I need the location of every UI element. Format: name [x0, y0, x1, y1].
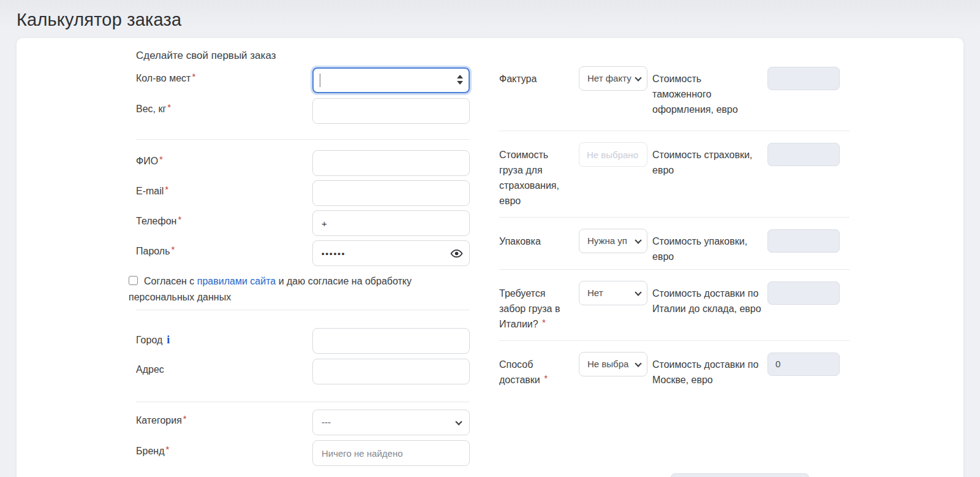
- required-mark: *: [192, 71, 195, 82]
- right-column: Фактура Нет факту Стоимость таможенного …: [499, 66, 850, 387]
- info-icon[interactable]: i: [167, 334, 170, 346]
- chevron-down-icon: [455, 418, 462, 425]
- required-mark: *: [183, 413, 187, 424]
- invoice-label: Фактура: [499, 66, 579, 117]
- quantity-label: Кол-во мест*: [136, 67, 312, 93]
- packaging-row: Упаковка Нужна уп Стоимость упаковки, ев…: [499, 229, 850, 270]
- fio-label: ФИО*: [136, 150, 312, 176]
- delivery-method-label: Способ доставки *: [499, 352, 579, 387]
- quantity-input[interactable]: [312, 67, 470, 93]
- packaging-cost-value: [767, 229, 840, 253]
- delivery-method-select-value: Не выбра: [587, 359, 628, 369]
- pickup-italy-label: Требуется забор груза в Италии? *: [499, 281, 579, 332]
- customs-cost-value: [767, 67, 840, 90]
- section-divider: [136, 139, 470, 140]
- brand-label: Бренд*: [136, 440, 312, 466]
- chevron-down-icon: [635, 289, 641, 296]
- invoice-select-value: Нет факту: [587, 73, 631, 83]
- order-form-card: Сделайте свой первый заказ Кол-во мест* …: [17, 38, 963, 477]
- password-row: Пароль*: [136, 240, 470, 266]
- insurance-row: Стоимость груза для страхования, евро Ст…: [499, 142, 850, 218]
- required-mark: *: [167, 102, 171, 112]
- section-divider: [136, 310, 470, 310]
- pickup-italy-select-value: Нет: [587, 288, 603, 298]
- password-label: Пароль*: [136, 240, 312, 266]
- pickup-italy-row: Требуется забор груза в Италии? * Нет Ст…: [499, 281, 850, 341]
- required-mark: *: [165, 444, 169, 454]
- invoice-row: Фактура Нет факту Стоимость таможенного …: [499, 66, 850, 131]
- city-row: Городi: [136, 328, 470, 354]
- chevron-down-icon: [635, 74, 641, 81]
- required-mark: *: [544, 373, 548, 383]
- spinner-down-icon[interactable]: [457, 81, 463, 85]
- fio-input[interactable]: [312, 150, 470, 176]
- address-row: Адрес: [136, 359, 470, 384]
- phone-row: Телефон*: [136, 210, 470, 236]
- weight-row: Вес, кг*: [136, 98, 470, 124]
- next-field-partial: [671, 473, 809, 477]
- category-select-value: ---: [322, 417, 331, 427]
- email-row: E-mail*: [136, 180, 470, 206]
- moscow-delivery-cost-label: Стоимость доставки по Москве, евро: [647, 352, 767, 387]
- form-heading: Сделайте свой первый заказ: [136, 49, 470, 63]
- packaging-select-value: Нужна уп: [587, 235, 627, 246]
- cargo-value-input[interactable]: [579, 142, 647, 167]
- category-select[interactable]: ---: [312, 410, 470, 435]
- email-input[interactable]: [312, 180, 470, 206]
- pickup-italy-select[interactable]: Нет: [579, 281, 647, 305]
- moscow-delivery-cost-value: 0: [767, 353, 840, 376]
- city-label: Городi: [136, 328, 312, 354]
- left-column: Сделайте свой первый заказ Кол-во мест* …: [136, 49, 470, 471]
- text-caret: [320, 74, 320, 87]
- consent-block: Согласен с правилами сайта и даю согласи…: [129, 273, 435, 305]
- fio-row: ФИО*: [136, 150, 470, 176]
- packaging-select[interactable]: Нужна уп: [579, 229, 647, 253]
- address-label: Адрес: [136, 359, 312, 384]
- quantity-row: Кол-во мест*: [136, 67, 470, 93]
- category-row: Категория* ---: [136, 410, 470, 435]
- page-title: Калькулятор заказа: [17, 10, 181, 30]
- packaging-cost-label: Стоимость упаковки, евро: [647, 229, 767, 264]
- brand-input[interactable]: [312, 440, 470, 466]
- city-input[interactable]: [312, 328, 470, 354]
- address-input[interactable]: [312, 359, 470, 384]
- email-label: E-mail*: [136, 180, 312, 206]
- cargo-value-label: Стоимость груза для страхования, евро: [499, 142, 579, 208]
- required-mark: *: [165, 184, 168, 194]
- password-input[interactable]: [312, 240, 470, 266]
- consent-checkbox[interactable]: [129, 276, 138, 285]
- required-mark: *: [159, 154, 163, 164]
- delivery-method-row: Способ доставки * Не выбра Стоимость дос…: [499, 352, 850, 387]
- packaging-label: Упаковка: [499, 229, 579, 264]
- number-spinner-icon[interactable]: [457, 75, 463, 85]
- invoice-select[interactable]: Нет факту: [579, 66, 647, 91]
- italy-delivery-cost-value: [767, 281, 840, 305]
- required-mark: *: [542, 317, 546, 327]
- chevron-down-icon: [635, 360, 641, 367]
- required-mark: *: [172, 244, 175, 254]
- insurance-cost-value: [767, 143, 840, 166]
- italy-delivery-cost-label: Стоимость доставки по Италии до склада, …: [647, 281, 767, 332]
- site-rules-link[interactable]: правилами сайта: [197, 276, 276, 286]
- category-label: Категория*: [136, 410, 312, 435]
- phone-input[interactable]: [312, 210, 470, 236]
- eye-icon[interactable]: [450, 247, 463, 260]
- spinner-up-icon[interactable]: [457, 75, 463, 78]
- delivery-method-select[interactable]: Не выбра: [579, 352, 647, 376]
- insurance-cost-label: Стоимость страховки, евро: [647, 142, 767, 208]
- chevron-down-icon: [635, 237, 641, 243]
- required-mark: *: [178, 214, 181, 224]
- phone-label: Телефон*: [136, 210, 312, 236]
- consent-text-prefix: Согласен с: [144, 276, 197, 286]
- weight-label: Вес, кг*: [136, 98, 312, 124]
- section-divider: [136, 402, 470, 402]
- weight-input[interactable]: [312, 98, 470, 124]
- customs-cost-label: Стоимость таможенного оформления, евро: [647, 66, 767, 117]
- brand-row: Бренд*: [136, 440, 470, 466]
